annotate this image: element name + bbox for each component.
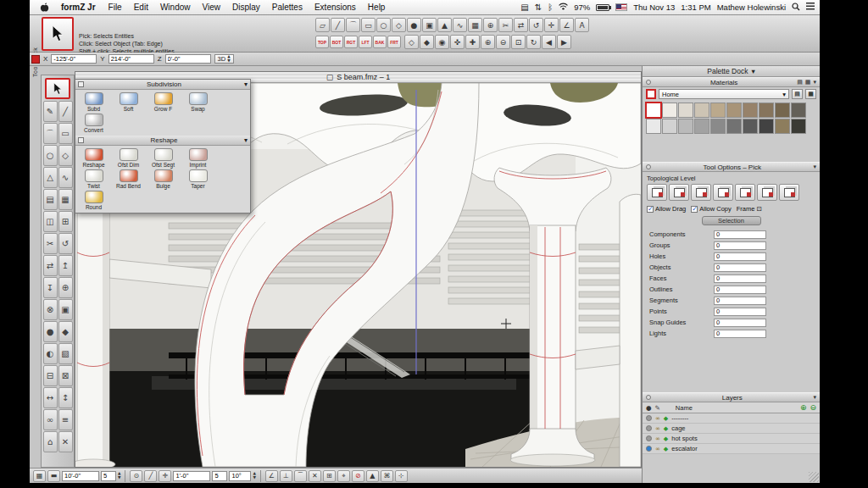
dock-tool-icon[interactable]: ◫ [43, 211, 58, 232]
visibility-column-icon[interactable]: ● [646, 404, 652, 412]
grid-spacing-field[interactable] [62, 471, 99, 481]
view-tool-icon[interactable]: ✜ [450, 35, 465, 49]
stepper-control[interactable]: ▲▼ [253, 472, 255, 480]
view-tool-icon[interactable]: ⊕ [481, 35, 495, 49]
count-value[interactable]: 0 [714, 319, 766, 327]
dock-tool-icon[interactable]: ≡ [58, 409, 73, 430]
bottom-tool-icon[interactable]: ╱ [144, 470, 157, 482]
subdivision-titlebar[interactable]: Subdivision ▾ [75, 80, 250, 90]
count-value[interactable]: 0 [714, 286, 766, 294]
bottom-tool-icon[interactable]: ✛ [159, 470, 171, 482]
logged-in-user[interactable]: Mathew Holewinski [717, 3, 786, 12]
view-tool-icon[interactable]: ◉ [435, 35, 449, 49]
reshape-tool-button[interactable]: Taper [181, 169, 215, 190]
dock-tool-icon[interactable]: ◐ [43, 343, 58, 364]
spotlight-icon[interactable] [792, 3, 800, 13]
snap-toggle-icon[interactable]: ⊘ [352, 470, 364, 482]
layer-active-icon[interactable]: ◆ [664, 446, 668, 452]
reshape-titlebar[interactable]: Reshape ▾ [75, 136, 250, 146]
material-swatch[interactable] [775, 119, 790, 134]
palette-dock-titlebar[interactable]: Palette Dock ▾ [643, 66, 820, 77]
wifi-icon[interactable] [559, 3, 568, 12]
dock-tool-icon[interactable]: ◆ [58, 321, 73, 342]
layers-header[interactable]: Layers ▾ [643, 392, 820, 402]
dock-tool-icon[interactable]: ○ [43, 145, 58, 166]
dock-tool-icon[interactable]: ⊠ [58, 365, 73, 386]
x-coordinate-field[interactable] [51, 54, 97, 64]
menu-item[interactable]: View [197, 3, 227, 12]
dock-tool-icon[interactable]: ↔ [43, 387, 58, 408]
subdivision-tool-button[interactable]: Subd [76, 92, 111, 113]
bluetooth-icon[interactable]: ᛒ [548, 3, 553, 12]
count-value[interactable]: 0 [714, 241, 766, 250]
battery-icon[interactable] [596, 4, 609, 11]
view-button[interactable]: BAK [373, 36, 387, 48]
toolbar-tool-icon[interactable]: ▱ [315, 18, 330, 32]
view-tool-icon[interactable]: ▶ [557, 35, 571, 49]
snap-toggle-icon[interactable]: ⊥ [280, 470, 292, 482]
view-button[interactable]: TOP [315, 36, 329, 48]
menubar-clock[interactable]: 1:31 PM [681, 3, 710, 12]
dock-tool-icon[interactable]: ✕ [58, 431, 73, 452]
remove-layer-button[interactable]: ⊖ [810, 403, 816, 412]
layer-row[interactable]: ∞◆cage [643, 424, 820, 434]
dock-tool-icon[interactable]: ⇄ [43, 255, 58, 276]
count-value[interactable]: 0 [714, 308, 766, 316]
allow-drag-checkbox[interactable]: Allow Drag [647, 205, 686, 213]
menu-item[interactable]: Display [226, 3, 266, 12]
pick-tool-selected[interactable] [45, 78, 70, 99]
view-tool-icon[interactable]: ↻ [526, 35, 541, 49]
toolbar-tool-icon[interactable]: ▦ [468, 18, 482, 32]
view-button[interactable]: FRT [387, 36, 401, 48]
current-material-swatch[interactable] [646, 89, 656, 99]
toolbar-tool-icon[interactable]: ╱ [331, 18, 345, 32]
grid-divisions-field[interactable] [101, 471, 116, 481]
layer-name[interactable]: cage [671, 424, 685, 432]
layer-link-icon[interactable]: ∞ [655, 446, 660, 452]
snap-toggle-icon[interactable]: ⌘ [381, 470, 393, 482]
chevron-down-icon[interactable]: ▾ [751, 67, 754, 75]
layer-row[interactable]: ∞◆hot spots [643, 434, 820, 444]
dock-tool-icon[interactable]: ▧ [58, 343, 73, 364]
angle-snap-field[interactable] [229, 471, 251, 481]
material-swatch[interactable] [662, 103, 677, 118]
menu-item[interactable]: Edit [128, 3, 154, 12]
reshape-tool-button[interactable]: Ofst Dim [111, 147, 146, 169]
layer-row[interactable]: ∞◆escalator [643, 444, 820, 454]
count-value[interactable]: 0 [714, 330, 766, 338]
view-tool-icon[interactable]: ◆ [420, 35, 434, 49]
layer-link-icon[interactable]: ∞ [655, 415, 660, 422]
allow-copy-checkbox[interactable]: Allow Copy [691, 205, 732, 213]
grid-view-icon[interactable]: ▤ [797, 79, 803, 86]
dock-tool-icon[interactable]: ▦ [58, 189, 73, 210]
layer-name[interactable]: escalator [671, 445, 697, 452]
bottom-tool-icon[interactable]: ⊙ [130, 470, 142, 482]
snap-toggle-icon[interactable]: ⊹ [395, 470, 408, 482]
chevron-down-icon[interactable]: ▾ [813, 79, 816, 86]
reshape-tool-button[interactable]: Round [76, 190, 111, 211]
count-value[interactable]: 0 [714, 230, 766, 239]
toolbar-tool-icon[interactable]: ✂ [498, 18, 513, 32]
material-group-dropdown[interactable]: Home ▾ [659, 89, 789, 99]
layer-link-icon[interactable]: ∞ [655, 435, 660, 442]
view-button[interactable]: RGT [344, 36, 358, 48]
dock-tool-icon[interactable]: ✂ [43, 233, 58, 254]
tool-options-header[interactable]: Tool Options – Pick ▾ [643, 162, 820, 172]
snap-toggle-icon[interactable]: ∠ [265, 470, 278, 482]
subdivision-tool-button[interactable]: Grow F [146, 92, 181, 113]
dock-tool-icon[interactable]: ↕ [58, 387, 73, 408]
list-view-icon[interactable]: ▦ [805, 79, 811, 86]
material-swatch[interactable] [743, 103, 758, 118]
snap-toggle-icon[interactable]: ✕ [309, 470, 321, 482]
chevron-down-icon[interactable]: ▾ [813, 164, 816, 170]
subdivision-tool-button[interactable]: Swap [181, 92, 215, 113]
reshape-tool-button[interactable]: Twist [76, 169, 111, 190]
snap-toggle-icon[interactable]: ⊞ [323, 470, 336, 482]
topo-level-button[interactable] [691, 184, 711, 201]
apple-menu-icon[interactable] [35, 2, 54, 13]
toolbar-tool-icon[interactable]: ● [407, 18, 421, 32]
toolbar-tool-icon[interactable]: ⌒ [346, 18, 360, 32]
dock-tool-icon[interactable]: ∿ [58, 167, 73, 188]
chevron-down-icon[interactable]: ▾ [813, 394, 816, 401]
dock-tool-icon[interactable]: ⌒ [43, 123, 58, 144]
